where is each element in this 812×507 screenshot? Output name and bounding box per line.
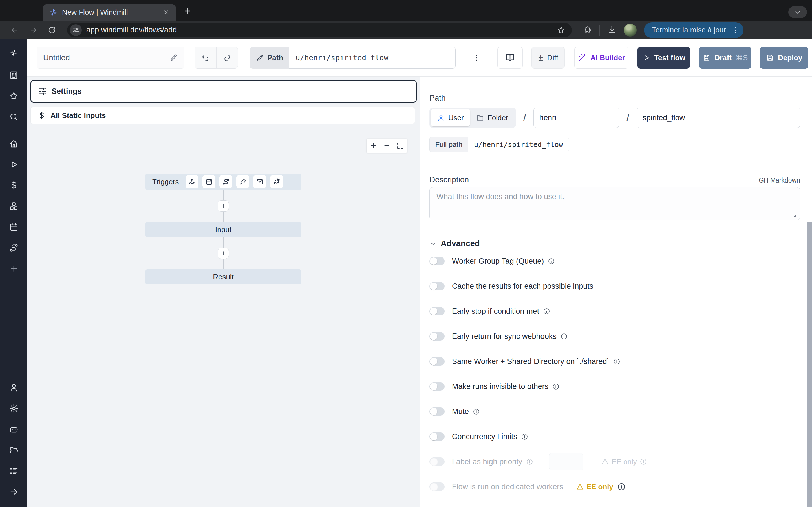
- all-static-inputs-card[interactable]: All Static Inputs: [31, 107, 415, 124]
- profile-avatar[interactable]: [624, 24, 637, 37]
- info-icon[interactable]: [640, 458, 647, 465]
- sidebar-item-favorites[interactable]: [5, 88, 22, 105]
- ai-builder-button[interactable]: AI Builder: [574, 47, 628, 69]
- sidebar-item-settings[interactable]: [5, 400, 22, 417]
- cache-results-toggle[interactable]: [429, 282, 445, 290]
- same-worker-toggle[interactable]: [429, 357, 445, 365]
- zoom-out-icon[interactable]: [383, 142, 391, 150]
- poll-trigger-button[interactable]: [270, 175, 283, 188]
- sidebar-item-search[interactable]: [5, 108, 22, 125]
- reload-button[interactable]: [44, 22, 60, 38]
- sidebar-item-users[interactable]: [5, 379, 22, 396]
- undo-button[interactable]: [195, 47, 216, 68]
- path-input[interactable]: [289, 47, 456, 69]
- sidebar-item-runs[interactable]: [5, 156, 22, 173]
- test-flow-button[interactable]: Test flow: [638, 47, 690, 69]
- sidebar-expand-button[interactable]: [5, 483, 22, 500]
- flow-name-input[interactable]: [637, 108, 800, 128]
- owner-input[interactable]: [534, 108, 619, 128]
- settings-card[interactable]: Settings: [31, 80, 417, 103]
- chrome-update-button[interactable]: Terminer la mise à jour: [644, 22, 744, 38]
- info-icon[interactable]: [548, 258, 555, 265]
- diff-button[interactable]: ± Diff: [531, 47, 565, 69]
- sidebar-item-workspace[interactable]: [5, 67, 22, 83]
- flow-name-field[interactable]: Untitled: [37, 47, 185, 69]
- schedule-trigger-button[interactable]: [202, 175, 215, 188]
- windmill-favicon: [49, 8, 57, 17]
- sidebar-item-variables[interactable]: [5, 177, 22, 194]
- plus-minus-icon: ±: [538, 53, 543, 62]
- ee-only-label: EE only: [612, 457, 637, 466]
- info-icon[interactable]: [552, 383, 559, 390]
- deploy-button[interactable]: Deploy: [760, 47, 808, 69]
- chrome-menu-icon[interactable]: [731, 26, 740, 34]
- high-priority-toggle[interactable]: [429, 457, 445, 466]
- tab-close-icon[interactable]: [162, 8, 170, 17]
- info-icon[interactable]: [473, 408, 480, 415]
- email-trigger-button[interactable]: [253, 175, 266, 188]
- add-step-button[interactable]: [218, 200, 229, 212]
- fit-view-icon[interactable]: [396, 142, 404, 150]
- early-return-toggle[interactable]: [429, 332, 445, 341]
- description-textarea[interactable]: [429, 187, 800, 220]
- toggle-label: Cache the results for each possible inpu…: [452, 282, 593, 291]
- sidebar-item-create[interactable]: [5, 260, 22, 277]
- downloads-icon[interactable]: [607, 25, 616, 35]
- sidebar-item-folders[interactable]: [5, 442, 22, 459]
- tab-search-chevron-icon[interactable]: [788, 6, 807, 18]
- owner-kind-folder[interactable]: Folder: [470, 109, 515, 126]
- pencil-icon[interactable]: [169, 54, 178, 62]
- url-bar[interactable]: app.windmill.dev/flows/add: [67, 23, 572, 38]
- triggers-node[interactable]: Triggers: [146, 173, 301, 190]
- toggle-row-high-priority: Label as high priority EE only: [429, 455, 800, 468]
- browser-tab[interactable]: New Flow | Windmill: [43, 4, 176, 20]
- extensions-icon[interactable]: [583, 25, 592, 35]
- plus-icon: [220, 250, 226, 256]
- info-icon[interactable]: [617, 483, 626, 491]
- info-icon[interactable]: [560, 333, 567, 340]
- panel-scrollbar[interactable]: [808, 222, 812, 507]
- mute-toggle[interactable]: [429, 407, 445, 416]
- forward-button[interactable]: [26, 22, 41, 38]
- add-step-button[interactable]: [218, 247, 229, 259]
- sidebar-item-workers[interactable]: [5, 421, 22, 438]
- early-stop-toggle[interactable]: [429, 307, 445, 316]
- input-node[interactable]: Input: [146, 222, 301, 237]
- concurrency-limits-toggle[interactable]: [429, 432, 445, 441]
- webhook-trigger-button[interactable]: [186, 175, 199, 188]
- full-path-value: u/henri/spirited_flow: [468, 137, 569, 152]
- bookmark-star-icon[interactable]: [553, 22, 569, 38]
- advanced-section-header[interactable]: Advanced: [429, 239, 800, 248]
- sidebar-item-home[interactable]: [5, 135, 22, 152]
- sidebar-item-schedules[interactable]: [5, 219, 22, 235]
- invisible-runs-toggle[interactable]: [429, 382, 445, 391]
- http-route-trigger-button[interactable]: [219, 175, 232, 188]
- zoom-in-icon[interactable]: [369, 142, 377, 150]
- resize-grip-icon[interactable]: [790, 210, 798, 219]
- sidebar-item-logs[interactable]: [5, 462, 22, 480]
- dedicated-workers-toggle[interactable]: [429, 483, 445, 491]
- info-icon[interactable]: [526, 458, 533, 465]
- site-info-icon[interactable]: [70, 24, 82, 36]
- new-tab-button[interactable]: [183, 6, 192, 17]
- flow-canvas[interactable]: Settings All Static Inputs Triggers Inpu…: [28, 76, 419, 507]
- owner-kind-user[interactable]: User: [431, 109, 470, 126]
- priority-value-input[interactable]: [549, 453, 583, 470]
- docs-button[interactable]: [497, 47, 523, 69]
- more-options-button[interactable]: [471, 49, 482, 66]
- sidebar-item-routes[interactable]: [5, 239, 22, 256]
- toggle-label: Make runs invisible to others: [452, 382, 548, 391]
- redo-button[interactable]: [216, 47, 238, 68]
- back-button[interactable]: [7, 22, 22, 38]
- websocket-trigger-button[interactable]: [236, 175, 249, 188]
- result-node[interactable]: Result: [146, 269, 301, 284]
- draft-button[interactable]: Draft ⌘S: [699, 47, 751, 69]
- info-icon[interactable]: [521, 433, 528, 440]
- info-icon[interactable]: [613, 358, 620, 365]
- chrome-update-label: Terminer la mise à jour: [652, 25, 726, 34]
- sidebar-item-resources[interactable]: [5, 198, 22, 215]
- full-path-label: Full path: [430, 137, 468, 152]
- path-edit-button[interactable]: Path: [250, 47, 289, 69]
- worker-group-tag-toggle[interactable]: [429, 257, 445, 265]
- info-icon[interactable]: [543, 308, 550, 315]
